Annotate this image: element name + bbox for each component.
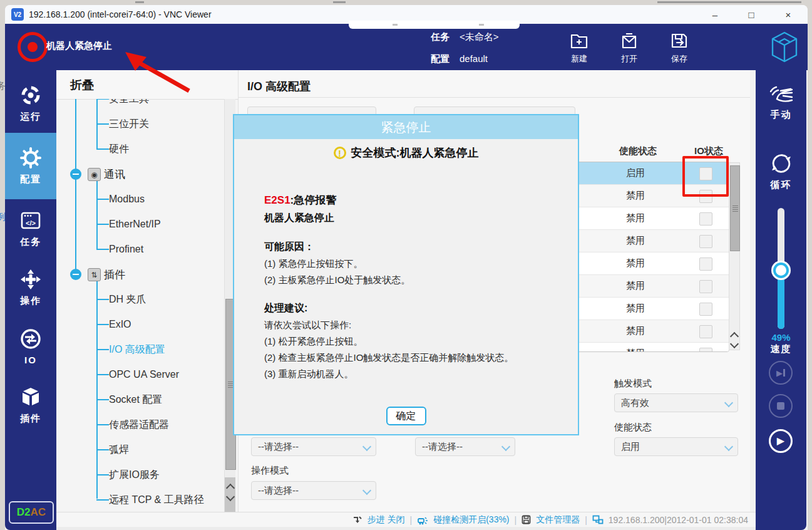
tree-item[interactable]: ExIO [56, 312, 224, 337]
speed-slider-thumb[interactable] [773, 262, 789, 278]
cycle-mode-button[interactable]: 循环 [756, 150, 806, 191]
connection-address-datetime: 192.168.1.200|2012-01-01 02:38:04 [609, 515, 748, 525]
tree-item[interactable]: 硬件 [56, 137, 224, 162]
enable-state-cell: 禁用 [617, 235, 654, 247]
sidebar-item-icon: </> [19, 268, 42, 291]
io-state-checkbox[interactable] [699, 235, 712, 248]
dialog-title: 紧急停止 [234, 115, 578, 139]
backdrop-mark [333, 1, 346, 3]
io-select-2[interactable]: --请选择-- [415, 437, 515, 456]
enable-state-cell: 禁用 [617, 190, 654, 202]
chevron-down-icon [724, 398, 733, 407]
enable-state-cell: 禁用 [617, 325, 654, 337]
svg-text:</>: </> [26, 219, 36, 227]
suggestion-intro: 请依次尝试以下操作: [264, 317, 559, 333]
new-button[interactable]: 新建 [560, 30, 598, 65]
speed-percent: 49% [756, 332, 806, 343]
tree-item[interactable]: 通讯 [56, 162, 224, 187]
io-state-checkbox[interactable] [699, 303, 712, 316]
right-sidebar: 手动 循环 49% 速度 ▶ [756, 70, 806, 530]
vnc-toolbar-strip[interactable] [349, 21, 520, 29]
sidebar-item[interactable]: </> 配置 [5, 133, 56, 199]
file-manager-icon [522, 515, 531, 524]
sidebar-item[interactable]: </> 任务 [5, 199, 56, 258]
manual-mode-button[interactable]: 手动 [756, 83, 806, 121]
enable-state-cell: 启用 [617, 167, 654, 179]
chevron-down-icon [362, 442, 371, 451]
tree-node-icon [88, 168, 101, 181]
tree-item[interactable]: EtherNet/IP [56, 212, 224, 237]
tree-item[interactable]: OPC UA Server [56, 362, 224, 387]
suggestion-item: (2) 检查主板紧急停止IO触发状态是否正确并解除触发状态。 [264, 350, 559, 366]
cause-item: (2) 主板紧急停止IO处于触发状态。 [264, 272, 559, 288]
sidebar-item-icon: </> [19, 209, 42, 232]
config-label: 配置 [431, 53, 450, 65]
io-state-checkbox[interactable] [699, 257, 712, 271]
scroll-up-icon[interactable] [225, 484, 234, 492]
ok-button[interactable]: 确定 [386, 407, 426, 425]
tree-item[interactable]: 扩展IO服务 [56, 462, 224, 487]
tree-item[interactable]: I/O 高级配置 [56, 337, 224, 362]
enable-state-select[interactable]: 启用 [614, 437, 738, 456]
io-select-1[interactable]: --请选择-- [251, 437, 376, 456]
new-file-icon [568, 30, 590, 51]
tree-item[interactable]: Modbus [56, 187, 224, 212]
window-title: 192.168.1.200 (intel-corei7-64:0) - VNC … [29, 9, 212, 19]
sidebar-item[interactable]: </> 插件 [5, 376, 56, 435]
io-state-checkbox[interactable] [699, 325, 712, 338]
save-button[interactable]: 保存 [660, 30, 698, 65]
collapse-minus-icon[interactable] [70, 169, 81, 180]
trigger-mode-select[interactable]: 高有效 [614, 393, 738, 412]
step-mode-status[interactable]: 步进 关闭 [367, 514, 405, 526]
open-button[interactable]: 打开 [610, 30, 648, 65]
suggestions-title: 处理建议: [264, 299, 559, 317]
table-scrollbar[interactable] [729, 162, 740, 350]
tree-items: 安全工具 三位开关 硬件 [56, 99, 224, 512]
tree-item[interactable]: 三位开关 [56, 112, 224, 137]
io-state-checkbox[interactable] [699, 348, 712, 352]
speed-slider[interactable] [778, 208, 784, 329]
io-state-checkbox[interactable] [699, 280, 712, 293]
enable-state-label: 使能状态 [614, 422, 652, 434]
dialog-body: E2S1:急停报警 机器人紧急停止 可能原因： (1) 紧急停止按钮按下。 (2… [264, 192, 559, 382]
scroll-down-icon[interactable] [730, 340, 739, 348]
tree-item[interactable]: Socket 配置 [56, 387, 224, 412]
op-mode-select[interactable]: --请选择-- [251, 481, 376, 500]
column-header-enable: 使能状态 [616, 145, 660, 157]
collapse-minus-icon[interactable] [70, 269, 81, 280]
cycle-icon [767, 150, 796, 177]
step-forward-button[interactable]: ▶ [769, 361, 793, 385]
table-scrollbar-buttons[interactable] [729, 333, 739, 348]
suggestion-item: (1) 松开紧急停止按钮。 [264, 333, 559, 350]
causes-title: 可能原因： [264, 238, 559, 256]
sidebar-item[interactable]: </> 操作 [5, 258, 56, 317]
close-button[interactable]: × [774, 5, 803, 24]
file-manager-link[interactable]: 文件管理器 [536, 514, 580, 526]
config-tree-panel: 折叠 安全工具 三位开关 [56, 70, 239, 512]
tree-item[interactable]: 弧焊 [56, 437, 224, 462]
annotation-arrow-icon [119, 47, 200, 97]
tree-item[interactable]: 传感器适配器 [56, 412, 224, 437]
collapse-all-button[interactable]: 折叠 [70, 77, 94, 93]
io-state-checkbox[interactable] [699, 212, 712, 226]
warning-icon: ! [334, 147, 346, 159]
sidebar-item[interactable]: </> 运行 [5, 74, 56, 133]
sidebar-item[interactable]: </> IO [5, 317, 56, 376]
tree-scrollbar-buttons[interactable] [225, 477, 235, 512]
minimize-button[interactable]: – [701, 5, 729, 24]
tree-item[interactable]: 安全工具 [56, 99, 224, 112]
scroll-down-icon[interactable] [225, 492, 234, 501]
dialog-header: ! 安全模式:机器人紧急停止 [234, 145, 578, 160]
collision-detection-status[interactable]: 碰撞检测开启(33%) [433, 514, 509, 526]
d2ac-button[interactable]: D2AC [9, 501, 54, 524]
maximize-button[interactable]: □ [737, 5, 766, 24]
tree-item[interactable]: DH 夹爪 [56, 287, 224, 312]
tree-item[interactable]: Profinet [56, 237, 224, 262]
table-scrollbar-thumb[interactable] [730, 165, 740, 251]
sidebar-item-icon: </> [19, 84, 42, 107]
tree-item[interactable]: 插件 [56, 262, 224, 287]
play-button[interactable]: ▶ [769, 429, 793, 453]
tree-item[interactable]: 远程 TCP & 工具路径 [56, 487, 224, 512]
step-forward-icon: ▶ [776, 369, 783, 377]
stop-button[interactable] [769, 394, 793, 418]
